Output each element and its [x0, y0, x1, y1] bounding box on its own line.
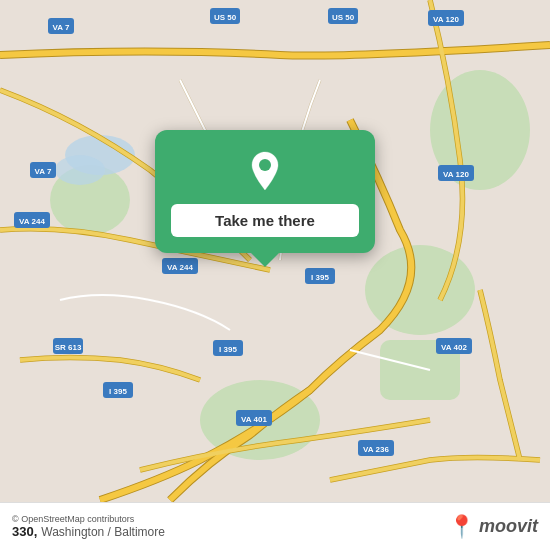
svg-text:I 395: I 395 — [109, 387, 127, 396]
svg-text:SR 613: SR 613 — [55, 343, 82, 352]
svg-text:US 50: US 50 — [332, 13, 355, 22]
svg-point-7 — [55, 155, 105, 185]
svg-text:VA 7: VA 7 — [35, 167, 52, 176]
svg-text:VA 401: VA 401 — [241, 415, 267, 424]
svg-text:VA 244: VA 244 — [19, 217, 45, 226]
moovit-brand-text: moovit — [479, 516, 538, 537]
svg-text:VA 402: VA 402 — [441, 343, 467, 352]
moovit-pin-icon: 📍 — [448, 514, 475, 540]
osm-attribution: © OpenStreetMap contributors — [12, 514, 165, 524]
popup-card: Take me there — [155, 130, 375, 253]
bottom-bar: © OpenStreetMap contributors 330, Washin… — [0, 502, 550, 550]
moovit-logo: 📍 moovit — [448, 514, 538, 540]
location-pin-icon — [242, 148, 288, 194]
bottom-left: © OpenStreetMap contributors 330, Washin… — [12, 514, 165, 539]
svg-text:US 50: US 50 — [214, 13, 237, 22]
svg-text:I 395: I 395 — [311, 273, 329, 282]
location-city: Washington / Baltimore — [41, 525, 165, 539]
location-number: 330, — [12, 524, 37, 539]
svg-point-38 — [259, 159, 271, 171]
svg-text:VA 120: VA 120 — [443, 170, 469, 179]
map-svg: VA 7 US 50 US 50 VA 120 VA 7 VA 244 VA 2… — [0, 0, 550, 550]
svg-text:VA 236: VA 236 — [363, 445, 389, 454]
svg-text:VA 244: VA 244 — [167, 263, 193, 272]
svg-text:I 395: I 395 — [219, 345, 237, 354]
take-me-there-button[interactable]: Take me there — [171, 204, 359, 237]
svg-text:VA 120: VA 120 — [433, 15, 459, 24]
map-container: VA 7 US 50 US 50 VA 120 VA 7 VA 244 VA 2… — [0, 0, 550, 550]
svg-point-1 — [365, 245, 475, 335]
svg-text:VA 7: VA 7 — [53, 23, 70, 32]
